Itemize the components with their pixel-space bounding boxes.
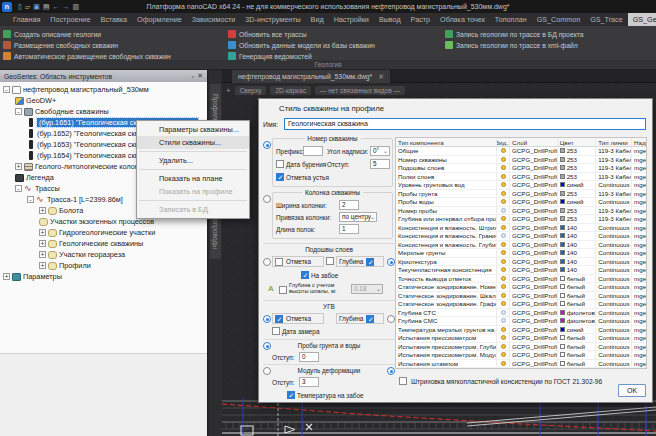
ribbon-button-refresh-model-data[interactable]: Обновить данные модели из базы скважин	[228, 40, 375, 50]
tree-item[interactable]: +Участки георазреза	[39, 249, 125, 260]
visibility-on-icon[interactable]	[501, 242, 506, 247]
table-row[interactable]: ОбщиеGCPG_DrillProfile253119-3 Кабельmge…	[396, 147, 646, 156]
table-header-cell[interactable]: Надп...	[632, 138, 646, 146]
soles-depth-cell[interactable]: Глубина	[336, 256, 384, 267]
table-row[interactable]: Испытания прессиометром. ГлубинаGCPG_Dri…	[396, 343, 646, 352]
soles-mark-checkbox[interactable]	[275, 258, 283, 266]
style-name-input[interactable]: Геологическая скважина	[284, 118, 646, 130]
number-offset-input[interactable]: 5	[370, 159, 390, 169]
tree-item[interactable]: +Болота	[39, 205, 83, 216]
ribbon-tab-вид[interactable]: Вид	[306, 13, 329, 26]
visibility-on-icon[interactable]	[501, 327, 506, 332]
visibility-on-icon[interactable]	[501, 301, 506, 306]
expand-icon[interactable]: +	[3, 273, 10, 280]
expand-icon[interactable]: +	[39, 262, 46, 269]
ugv-depth-cell[interactable]: Глубина	[336, 313, 384, 324]
ribbon-tab-3d-инструменты[interactable]: 3D-инструменты	[240, 13, 305, 26]
tree-item[interactable]: GeoDW+	[15, 95, 56, 106]
table-row[interactable]: Консистенция и влажность. ШтриховкаGCPG_…	[396, 224, 646, 233]
visibility-on-icon[interactable]	[501, 225, 506, 230]
ugv-mark-checkbox[interactable]	[275, 315, 283, 323]
table-row[interactable]: КриотекстураGCPG_DrillProfile140Continuo…	[396, 258, 646, 267]
table-row[interactable]: Пробы грунтаGCPG_DrillProfile253119-3 Ка…	[396, 190, 646, 199]
soles-mid-checkbox[interactable]	[326, 257, 334, 265]
collapse-icon[interactable]: -	[15, 108, 22, 115]
ribbon-button-auto-place-wells[interactable]: Автоматическое размещение свободных сква…	[3, 51, 171, 61]
sleeper-checkbox[interactable]	[279, 286, 287, 294]
tree-item[interactable]: -Трассы	[15, 183, 60, 194]
tree-item[interactable]: -нефтепровод магистральный_530мм	[3, 84, 149, 95]
ribbon-tab-главная[interactable]: Главная	[8, 13, 45, 26]
view-direction-button[interactable]: Сверху	[235, 86, 267, 95]
visibility-on-icon[interactable]	[501, 250, 506, 255]
table-row[interactable]: Полки слоевGCPG_DrillProfile253119-3 Каб…	[396, 173, 646, 182]
ribbon-button-refresh-all-traces[interactable]: Обновить все трассы	[228, 29, 307, 39]
menu-item[interactable]: Стили скважины...	[137, 136, 249, 149]
table-row[interactable]: Глубина СМСGCPG_DrillProfileфиолетовыйCo…	[396, 317, 646, 326]
tree-item[interactable]: Легенда	[15, 172, 54, 183]
bottom-temp-checkbox[interactable]	[287, 391, 295, 399]
table-row[interactable]: Консистенция и влажность. ГраницыGCPG_Dr…	[396, 232, 646, 241]
visibility-on-icon[interactable]	[501, 335, 506, 340]
mouth-mark-checkbox[interactable]	[276, 173, 284, 181]
ribbon-tab-вставка[interactable]: Вставка	[95, 13, 132, 26]
well-column-radio[interactable]	[263, 195, 271, 203]
tree-item[interactable]: +Профили	[39, 260, 91, 271]
visual-style-button[interactable]: 2D-каркас	[270, 86, 311, 95]
visibility-on-icon[interactable]	[501, 191, 506, 196]
column-width-input[interactable]: 2	[339, 200, 359, 210]
ribbon-button-place-free-wells[interactable]: Размещение свободных скважин	[3, 40, 118, 50]
table-row[interactable]: Статическое зондирование. Номер точки.GC…	[396, 283, 646, 292]
ribbon-tab-вывод[interactable]: Вывод	[374, 13, 406, 26]
sleeper-select[interactable]: 0.18	[351, 284, 383, 294]
visibility-on-icon[interactable]	[501, 293, 506, 298]
components-table[interactable]: Тип компонентаВид...СлойЦветТип линииНад…	[395, 137, 647, 369]
visibility-on-icon[interactable]	[501, 165, 506, 170]
measure-date-checkbox[interactable]	[272, 327, 280, 335]
document-tab[interactable]: нефтепровод магистральный_530мм.dwg* ✕	[232, 70, 390, 83]
table-row[interactable]: Глубина или интервал отбора пробыGCPG_Dr…	[396, 215, 646, 224]
table-row[interactable]: Испытания штампомGCPG_DrillProfileбелыйC…	[396, 360, 646, 369]
tab-close-icon[interactable]: ✕	[378, 73, 384, 81]
table-row[interactable]: Мерзлые грунтыGCPG_DrillProfile140Contin…	[396, 249, 646, 258]
soles-left-radio[interactable]	[263, 258, 271, 266]
visibility-on-icon[interactable]	[501, 259, 506, 264]
ribbon-tab-растр[interactable]: Растр	[406, 13, 435, 26]
menu-item[interactable]: Параметры скважины...	[137, 123, 249, 136]
expand-icon[interactable]: +	[39, 240, 46, 247]
tree-item[interactable]: +Геологические скважины	[39, 238, 143, 249]
table-header-cell[interactable]: Цвет	[558, 138, 597, 146]
well-number-radio[interactable]	[263, 141, 271, 149]
ok-button[interactable]: OK	[618, 384, 646, 397]
ribbon-button-write-geology-db[interactable]: Запись геологии по трассе в БД проекта	[445, 29, 584, 39]
ribbon-tab-зависимости[interactable]: Зависимости	[187, 13, 241, 26]
ribbon-tab-настройки[interactable]: Настройки	[329, 13, 374, 26]
samples-offset-input[interactable]: 0	[299, 352, 319, 362]
visibility-on-icon[interactable]	[501, 267, 506, 272]
table-row[interactable]: Текучепластичная консистенцияGCPG_DrillP…	[396, 266, 646, 275]
linked-views-button[interactable]: — нет связанных видов —	[315, 86, 405, 95]
ribbon-tab-облака точек[interactable]: Облака точек	[435, 13, 490, 26]
menu-item[interactable]: Показать на плане	[137, 172, 249, 185]
tree-item[interactable]: +Геолого-литологические колонки	[15, 161, 146, 172]
table-row[interactable]: Подошвы слоевGCPG_DrillProfile253119-3 К…	[396, 164, 646, 173]
ugv-right-radio[interactable]	[387, 315, 395, 323]
pin-icon[interactable]: ▫	[192, 73, 194, 80]
gost-hatch-checkbox[interactable]	[399, 377, 407, 385]
soles-right-radio[interactable]	[387, 258, 395, 266]
angle-select[interactable]: 0°	[370, 146, 390, 156]
ribbon-tab-построение[interactable]: Построение	[45, 13, 95, 26]
visibility-on-icon[interactable]	[501, 361, 506, 366]
table-row[interactable]: Испытания прессиометромGCPG_DrillProfile…	[396, 334, 646, 343]
visibility-on-icon[interactable]	[501, 276, 506, 281]
drill-date-checkbox[interactable]	[276, 160, 284, 168]
ribbon-tab-оформление[interactable]: Оформление	[132, 13, 187, 26]
table-row[interactable]: Статическое зондирование. Графы.GCPG_Dri…	[396, 300, 646, 309]
deform-offset-input[interactable]: 3	[299, 377, 319, 387]
soles-mark-cell[interactable]: Отметка	[272, 256, 324, 267]
table-row[interactable]: Пробы водыGCPG_DrillProfileсинийContinuo…	[396, 198, 646, 207]
ribbon-button-write-geology-xml[interactable]: Запись геологии по трассе в xml-файл	[445, 40, 578, 50]
expand-icon[interactable]: +	[39, 251, 46, 258]
table-header-cell[interactable]: Слой	[510, 138, 558, 146]
table-row[interactable]: Консистенция и влажность. Глубина или оG…	[396, 241, 646, 250]
